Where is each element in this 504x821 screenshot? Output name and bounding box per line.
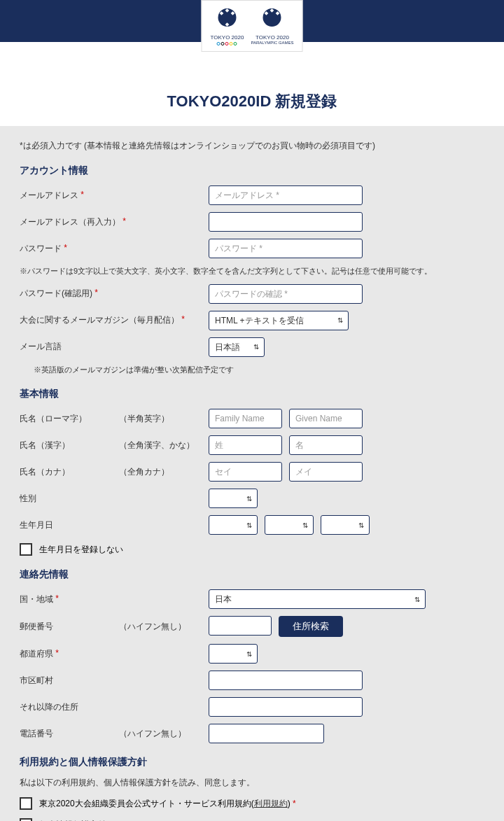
password-confirm-input[interactable]: [209, 284, 363, 304]
olympic-logo: TOKYO 2020: [210, 6, 244, 45]
mailmag-select[interactable]: HTML +テキストを受信: [209, 311, 349, 330]
label-name-kanji: 氏名（漢字）: [20, 440, 119, 451]
olympic-rings-icon: [217, 42, 237, 45]
label-country: 国・地域: [20, 594, 53, 605]
label-mail-lang: メール言語: [20, 341, 62, 353]
label-mailmag: 大会に関するメールマガジン（毎月配信）: [20, 314, 179, 326]
mail-lang-select[interactable]: 日本語: [209, 337, 265, 357]
section-contact: 連絡先情報: [20, 568, 484, 581]
label-birthdate: 生年月日: [20, 519, 53, 531]
mei-kana-input[interactable]: [289, 462, 363, 482]
paralympic-logo-sub: PARALYMPIC GAMES: [251, 41, 293, 45]
label-postal: 郵便番号: [20, 621, 119, 633]
olympic-logo-text: TOKYO 2020: [210, 34, 244, 41]
country-select[interactable]: 日本: [209, 589, 426, 609]
family-name-input[interactable]: [209, 409, 282, 428]
label-name-kana: 氏名（カナ）: [20, 466, 119, 478]
paralympic-logo: TOKYO 2020 PARALYMPIC GAMES: [251, 6, 293, 45]
password-helper: ※パスワードは9文字以上で英大文字、英小文字、数字全てを含んだ文字列として下さい…: [20, 265, 484, 277]
label-gender: 性別: [20, 493, 36, 505]
paralympic-logo-text: TOKYO 2020: [255, 34, 289, 41]
tos-link[interactable]: 利用規約: [254, 799, 288, 808]
postal-input[interactable]: [209, 616, 272, 636]
section-basic: 基本情報: [20, 388, 484, 400]
given-name-input[interactable]: [289, 409, 363, 428]
section-terms: 利用規約と個人情報保護方針: [20, 756, 484, 769]
label-address-rest: それ以降の住所: [20, 701, 78, 713]
tos-checkbox[interactable]: [20, 797, 32, 810]
privacy-label: 個人情報保護方針 *: [39, 819, 112, 822]
form-wrapper: *は必須入力です (基本情報と連絡先情報はオンラインショップでのお買い物時の必須…: [0, 126, 504, 821]
tos-label: 東京2020大会組織委員会公式サイト・サービス利用規約(利用規約) *: [39, 798, 296, 810]
birthdate-skip-checkbox[interactable]: [20, 543, 32, 556]
email-confirm-input[interactable]: [209, 212, 363, 232]
header-band: TOKYO 2020 TOKYO 2020 PARALYMPIC GAMES: [0, 0, 504, 42]
label-email-confirm: メールアドレス（再入力）: [20, 216, 120, 228]
phone-input[interactable]: [209, 724, 324, 743]
label-password: パスワード: [20, 243, 62, 255]
label-name-roman: 氏名（ローマ字）: [20, 413, 119, 425]
mail-lang-helper: ※英語版のメールマガジンは準備が整い次第配信予定です: [34, 364, 484, 376]
label-birthdate-skip: 生年月日を登録しない: [39, 544, 123, 556]
address-search-button[interactable]: 住所検索: [279, 616, 343, 637]
email-input[interactable]: [209, 185, 363, 205]
label-password-confirm: パスワード(確認用): [20, 288, 92, 300]
page-title: TOKYO2020ID 新規登録: [0, 91, 504, 112]
birth-month-select[interactable]: [265, 515, 314, 535]
label-phone: 電話番号: [20, 728, 119, 740]
password-input[interactable]: [209, 239, 363, 258]
label-prefecture: 都道府県: [20, 648, 53, 660]
section-account: アカウント情報: [20, 164, 484, 177]
gender-select[interactable]: [209, 489, 258, 508]
city-input[interactable]: [209, 671, 363, 690]
privacy-checkbox[interactable]: [20, 818, 32, 821]
prefecture-select[interactable]: [209, 644, 258, 664]
address-rest-input[interactable]: [209, 697, 363, 717]
sei-kana-input[interactable]: [209, 462, 282, 482]
birth-year-select[interactable]: [209, 515, 258, 535]
birth-day-select[interactable]: [321, 515, 370, 535]
logo-container: TOKYO 2020 TOKYO 2020 PARALYMPIC GAMES: [201, 0, 302, 52]
label-city: 市区町村: [20, 675, 53, 687]
mei-kanji-input[interactable]: [289, 435, 363, 455]
required-note: *は必須入力です (基本情報と連絡先情報はオンラインショップでのお買い物時の必須…: [20, 140, 484, 152]
olympic-emblem-icon: [213, 6, 241, 34]
label-email: メールアドレス: [20, 190, 78, 202]
terms-desc: 私は以下の利用規約、個人情報保護方針を読み、同意します。: [20, 777, 484, 789]
paralympic-emblem-icon: [258, 6, 286, 34]
sei-kanji-input[interactable]: [209, 435, 282, 455]
